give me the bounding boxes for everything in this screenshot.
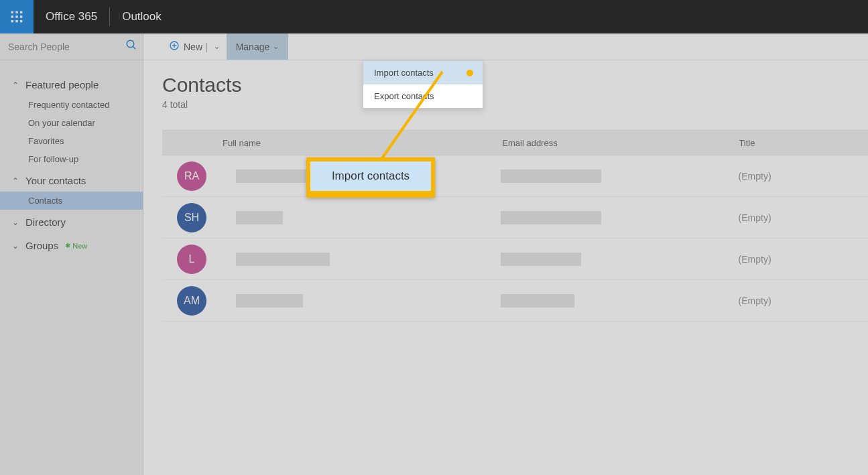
table-header-row: Full name Email address Title [162, 130, 868, 155]
sidebar-item-on-your-calendar[interactable]: On your calendar [0, 114, 143, 132]
page-title: Contacts [162, 74, 868, 96]
search-input[interactable] [8, 42, 125, 52]
sidebar: ⌃ Featured people Frequently contacted O… [0, 33, 143, 475]
sidebar-section-featured-people[interactable]: ⌃ Featured people [0, 72, 143, 96]
new-button[interactable]: New | ⌄ [162, 33, 227, 60]
empty-title: (Empty) [739, 171, 771, 182]
svg-rect-0 [11, 11, 13, 13]
sidebar-section-label: Groups [25, 240, 58, 251]
sidebar-section-directory[interactable]: ⌄ Directory [0, 210, 143, 233]
sidebar-section-label: Directory [25, 216, 66, 228]
svg-rect-7 [15, 20, 17, 22]
callout-box: Import contacts [306, 157, 435, 198]
svg-rect-1 [15, 11, 17, 13]
svg-point-9 [127, 40, 134, 48]
contacts-table: Full name Email address Title RA (Empty)… [162, 130, 868, 322]
manage-dropdown: Import contacts Export contacts [363, 60, 483, 109]
dropdown-item-import-contacts[interactable]: Import contacts [363, 61, 483, 84]
callout-label: Import contacts [332, 169, 410, 183]
app-name-label[interactable]: Outlook [110, 10, 174, 23]
chevron-down-icon: ⌄ [273, 42, 279, 51]
avatar: RA [177, 161, 206, 191]
annotation-dot-icon [467, 70, 473, 76]
table-row[interactable]: AM (Empty) [162, 280, 868, 322]
chevron-up-icon: ⌃ [12, 80, 19, 90]
main-area: New | ⌄ Manage ⌄ Import contacts Export … [143, 33, 868, 475]
column-header-name[interactable]: Full name [209, 138, 502, 148]
sidebar-item-contacts[interactable]: Contacts [0, 192, 143, 210]
redacted-name [236, 294, 303, 308]
redacted-email [501, 294, 574, 308]
redacted-name [236, 211, 283, 224]
avatar: AM [177, 286, 206, 316]
svg-rect-5 [20, 15, 22, 17]
redacted-name [236, 253, 330, 266]
redacted-email [501, 169, 601, 183]
svg-rect-8 [20, 20, 22, 22]
pipe-separator: | [205, 42, 208, 52]
waffle-icon [10, 10, 23, 23]
dropdown-item-export-contacts[interactable]: Export contacts [363, 84, 483, 108]
app-header: Office 365 Outlook [0, 0, 868, 33]
chevron-down-icon: ⌄ [12, 218, 19, 227]
sidebar-section-your-contacts[interactable]: ⌃ Your contacts [0, 168, 143, 192]
avatar: SH [177, 203, 206, 232]
table-row[interactable]: RA (Empty) [162, 155, 868, 197]
redacted-email [501, 211, 601, 224]
search-bar[interactable] [0, 33, 143, 60]
manage-button[interactable]: Manage ⌄ [227, 33, 289, 60]
empty-title: (Empty) [739, 212, 771, 223]
sidebar-item-frequently-contacted[interactable]: Frequently contacted [0, 96, 143, 114]
chevron-down-icon: ⌄ [12, 241, 19, 251]
sidebar-section-groups[interactable]: ⌄ Groups New [0, 233, 143, 257]
annotation-callout: Import contacts [306, 157, 435, 198]
svg-rect-2 [20, 11, 22, 13]
svg-line-10 [133, 46, 135, 49]
new-badge: New [65, 242, 87, 250]
svg-rect-6 [11, 20, 13, 22]
sidebar-section-label: Your contacts [25, 175, 86, 186]
new-label: New [184, 42, 202, 52]
chevron-up-icon: ⌃ [12, 176, 19, 186]
svg-rect-3 [11, 15, 13, 17]
dropdown-item-label: Export contacts [374, 91, 434, 101]
brand-label[interactable]: Office 365 [34, 10, 109, 23]
toolbar: New | ⌄ Manage ⌄ [143, 33, 868, 60]
column-header-title[interactable]: Title [739, 138, 868, 148]
empty-title: (Empty) [739, 254, 771, 265]
table-row[interactable]: L (Empty) [162, 239, 868, 280]
column-header-email[interactable]: Email address [502, 138, 739, 148]
svg-rect-4 [15, 15, 17, 17]
chevron-down-icon[interactable]: ⌄ [214, 42, 220, 51]
redacted-email [501, 253, 581, 266]
table-row[interactable]: SH (Empty) [162, 197, 868, 239]
app-launcher-button[interactable] [0, 0, 34, 33]
avatar: L [177, 245, 206, 274]
empty-title: (Empty) [739, 295, 771, 306]
dropdown-item-label: Import contacts [374, 68, 434, 78]
plus-circle-icon [169, 40, 180, 53]
sidebar-section-label: Featured people [25, 79, 99, 90]
search-icon[interactable] [125, 39, 137, 54]
sidebar-item-favorites[interactable]: Favorites [0, 132, 143, 150]
sidebar-item-for-follow-up[interactable]: For follow-up [0, 150, 143, 168]
manage-label: Manage [236, 42, 270, 52]
page-subtitle: 4 total [162, 99, 868, 110]
